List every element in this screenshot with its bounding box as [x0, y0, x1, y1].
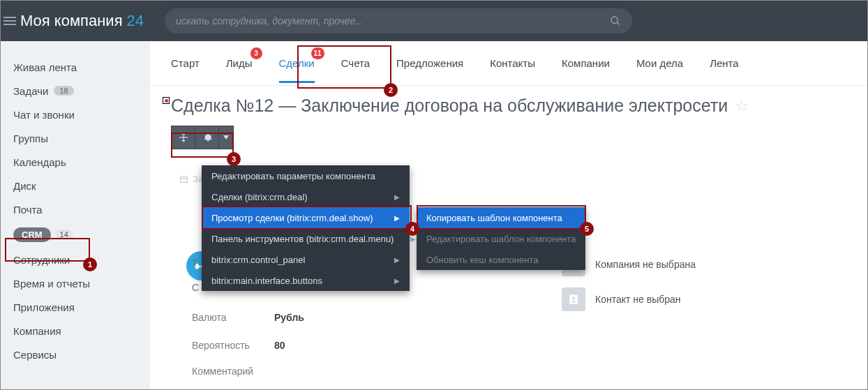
- sidebar-badge: 14: [55, 230, 73, 239]
- sidebar-item-feed[interactable]: Живая лента: [1, 55, 150, 79]
- toolbar-move-icon[interactable]: [172, 126, 195, 149]
- sidebar-item-company[interactable]: Компания: [1, 319, 150, 343]
- search-input[interactable]: [176, 15, 610, 27]
- company-value: Компания не выбрана: [595, 259, 696, 270]
- ctx-item-deal-show[interactable]: Просмотр сделки (bitrix:crm.deal.show)▶: [202, 207, 410, 228]
- tab-leads[interactable]: Лиды3: [226, 54, 253, 72]
- calendar-icon: [179, 174, 188, 183]
- ctx-sub-edit-template[interactable]: Редактировать шаблон компонента: [417, 228, 585, 249]
- search-box[interactable]: [165, 8, 632, 33]
- page-title: Сделка №12 — Заключение договора на обсл…: [171, 96, 728, 116]
- field-c: С: [192, 282, 199, 293]
- sidebar-item-services[interactable]: Сервисы: [1, 343, 150, 366]
- ctx-sub-refresh-cache[interactable]: Обновить кеш компонента: [417, 249, 585, 270]
- svg-point-0: [611, 17, 618, 23]
- sidebar-badge: 18: [54, 86, 73, 96]
- tab-contacts[interactable]: Контакты: [490, 54, 535, 72]
- nav-badge: 3: [250, 47, 262, 59]
- menu-icon[interactable]: [3, 17, 16, 25]
- toolbar-gear-icon[interactable]: [195, 126, 219, 149]
- chevron-right-icon: ▶: [394, 256, 400, 264]
- chevron-right-icon: ▶: [394, 193, 400, 201]
- brand-number: 24: [127, 12, 144, 30]
- context-submenu-template: Копировать шаблон компонента Редактирова…: [417, 207, 585, 270]
- svg-point-11: [572, 297, 575, 299]
- sidebar: Живая лента Задачи18 Чат и звонки Группы…: [1, 41, 150, 389]
- ctx-item-deal[interactable]: Сделки (bitrix:crm.deal)▶: [202, 186, 410, 207]
- chevron-right-icon: ▶: [410, 235, 416, 243]
- topbar: Моя компания 24: [1, 1, 867, 41]
- svg-line-1: [617, 22, 619, 24]
- ctx-sub-copy-template[interactable]: Копировать шаблон компонента: [417, 207, 585, 228]
- tab-quotes[interactable]: Предложения: [396, 54, 463, 72]
- tab-start[interactable]: Старт: [171, 54, 200, 72]
- nav-badge: 11: [311, 47, 324, 59]
- svg-rect-5: [181, 177, 188, 183]
- sidebar-item-disk[interactable]: Диск: [1, 174, 150, 197]
- probability-label: Вероятность: [192, 340, 274, 351]
- tab-invoices[interactable]: Счета: [341, 54, 370, 72]
- currency-label: Валюта: [192, 312, 274, 323]
- contact-icon: [562, 287, 585, 311]
- ctx-item-interface-buttons[interactable]: bitrix:main.interface.buttons▶: [202, 270, 410, 291]
- contact-row[interactable]: Контакт не выбран: [562, 287, 681, 311]
- search-icon: [610, 15, 621, 27]
- toolbar-dropdown-icon[interactable]: [219, 126, 233, 149]
- top-nav: Старт Лиды3 Сделки11 Счета Предложения К…: [150, 41, 867, 86]
- field-t: Т: [192, 257, 198, 269]
- date-row: За: [179, 174, 203, 184]
- tab-companies[interactable]: Компании: [562, 54, 610, 72]
- component-toolbar: [171, 126, 234, 149]
- chevron-right-icon: ▶: [394, 277, 400, 285]
- sidebar-item-crm[interactable]: CRM 14: [1, 221, 150, 248]
- currency-value: Рубль: [274, 312, 304, 323]
- svg-marker-4: [223, 135, 229, 140]
- brand-name: Моя компания: [20, 12, 123, 30]
- contact-value: Контакт не выбран: [595, 294, 681, 305]
- tab-feed2[interactable]: Лента: [710, 54, 739, 72]
- star-icon[interactable]: ☆: [735, 97, 749, 115]
- chevron-right-icon: ▶: [394, 214, 400, 222]
- sidebar-item-chat[interactable]: Чат и звонки: [1, 103, 150, 126]
- ctx-item-control-panel[interactable]: bitrix:crm.control_panel▶: [202, 249, 410, 270]
- sidebar-item-apps[interactable]: Приложения: [1, 295, 150, 319]
- tab-my-activities[interactable]: Мои дела: [636, 54, 683, 72]
- main-content: Старт Лиды3 Сделки11 Счета Предложения К…: [150, 41, 867, 389]
- sidebar-item-employees[interactable]: Сотрудники: [1, 248, 150, 271]
- sidebar-item-calendar[interactable]: Календарь: [1, 150, 150, 174]
- probability-value: 80: [274, 340, 285, 351]
- sidebar-item-groups[interactable]: Группы: [1, 126, 150, 150]
- context-menu-component: Редактировать параметры компонента Сделк…: [202, 165, 410, 291]
- sidebar-item-time[interactable]: Время и отчеты: [1, 271, 150, 295]
- probability-row: Вероятность 80: [192, 333, 285, 358]
- ctx-item-deal-menu[interactable]: Панель инструментов (bitrix:crm.deal.men…: [202, 228, 410, 249]
- tab-deals[interactable]: Сделки11: [279, 54, 315, 72]
- ctx-item-edit-params[interactable]: Редактировать параметры компонента: [202, 165, 410, 186]
- sidebar-item-tasks[interactable]: Задачи18: [1, 79, 150, 103]
- comment-label: Комментарий: [192, 366, 253, 377]
- record-indicator-icon: [163, 97, 170, 104]
- currency-row: Валюта Рубль: [192, 305, 304, 330]
- sidebar-item-mail[interactable]: Почта: [1, 197, 150, 221]
